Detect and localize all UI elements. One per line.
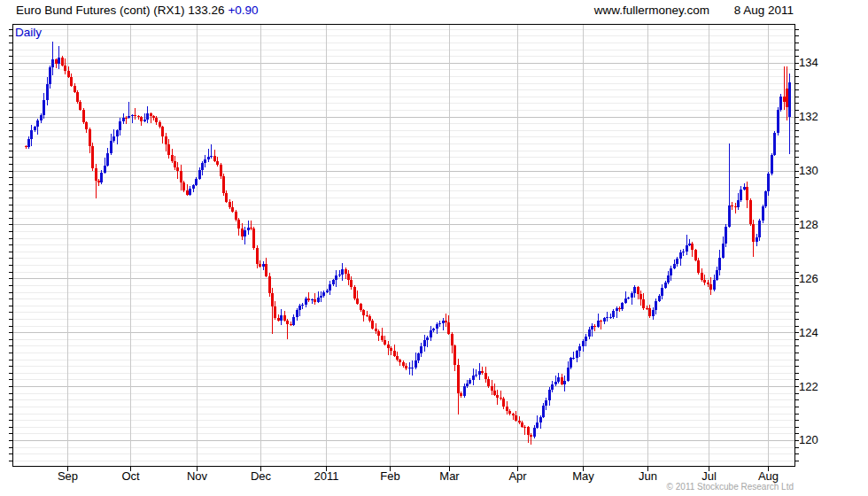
candle (360, 303, 362, 313)
candle (725, 224, 727, 246)
candle (752, 220, 755, 257)
candle (536, 415, 539, 429)
candle (758, 219, 761, 241)
candle (423, 335, 426, 352)
candle (36, 119, 39, 134)
candle (633, 285, 636, 298)
candle (764, 190, 767, 208)
grid-minor-layer (13, 30, 795, 461)
candle (658, 294, 661, 302)
candle (600, 320, 602, 329)
candle (25, 145, 27, 149)
candle (767, 172, 770, 196)
x-tick-label: Oct (121, 469, 140, 483)
candle (40, 113, 43, 123)
candlestick-chart: SepOctNovDec2011FebMarAprMayJunJulAug120… (0, 0, 868, 496)
candle (201, 161, 204, 175)
candle (286, 319, 289, 339)
candle (542, 403, 545, 418)
candle (247, 221, 250, 235)
candle (186, 184, 189, 196)
x-tick-label: Mar (439, 469, 460, 483)
candle (642, 293, 645, 310)
x-tick-label: Aug (758, 469, 779, 483)
candle (679, 250, 682, 266)
candle (551, 381, 554, 391)
candle (673, 260, 676, 269)
candle (74, 83, 76, 93)
candle (277, 314, 280, 322)
candle (506, 401, 508, 415)
candle (368, 314, 371, 323)
candle (648, 305, 651, 317)
candle (749, 198, 752, 226)
candle (244, 227, 246, 244)
candle (756, 234, 758, 246)
x-tick-label: Sep (58, 469, 78, 483)
period-label: Daily (15, 26, 42, 39)
x-tick-label: Feb (380, 469, 399, 483)
candle (95, 164, 97, 199)
candle (771, 153, 773, 175)
y-tick-label: 134 (799, 56, 818, 69)
candle (231, 201, 234, 213)
candle (82, 108, 85, 124)
candle (585, 334, 587, 346)
candle (697, 258, 700, 275)
candle (237, 218, 240, 235)
candle (576, 350, 578, 363)
candle (432, 328, 435, 332)
y-tick-label: 128 (799, 218, 818, 231)
candle (371, 319, 374, 329)
candle (76, 90, 79, 104)
candle (728, 143, 731, 228)
candle (567, 361, 570, 382)
candle (655, 298, 657, 314)
candle (131, 114, 134, 123)
candle (298, 304, 301, 316)
candle (119, 118, 121, 136)
candle (70, 74, 73, 87)
candle (167, 139, 170, 159)
candle (682, 249, 685, 256)
candle (451, 332, 453, 353)
candle (393, 345, 396, 357)
y-tick-label: 122 (799, 380, 818, 393)
candle (235, 210, 237, 221)
candle (317, 291, 320, 303)
candle (46, 77, 49, 105)
candle (85, 121, 88, 133)
candle (426, 336, 429, 346)
candle (198, 167, 201, 180)
candle (430, 326, 432, 341)
candles-layer (25, 42, 791, 445)
candle (493, 384, 496, 396)
candle (496, 390, 499, 405)
candle (612, 309, 615, 319)
candle (554, 376, 557, 386)
candle (472, 368, 475, 385)
candle (335, 270, 337, 286)
candle (320, 291, 322, 302)
candle (353, 285, 356, 300)
candle (773, 131, 776, 156)
candle (777, 107, 779, 136)
candle (637, 286, 639, 299)
candle (311, 298, 314, 304)
candle (55, 58, 58, 68)
candle (618, 306, 621, 312)
candle (484, 367, 487, 383)
candle (563, 376, 566, 391)
candle (384, 336, 386, 345)
candle (740, 186, 742, 202)
candle (405, 363, 407, 370)
candle (561, 374, 563, 385)
candle (667, 271, 670, 284)
candle (222, 174, 225, 195)
candle (788, 74, 791, 154)
candle (762, 205, 764, 223)
x-tick-label: Dec (251, 469, 272, 483)
candle (445, 314, 447, 326)
axis-labels-layer: SepOctNovDec2011FebMarAprMayJunJulAug120… (58, 56, 818, 482)
candle (453, 345, 456, 372)
